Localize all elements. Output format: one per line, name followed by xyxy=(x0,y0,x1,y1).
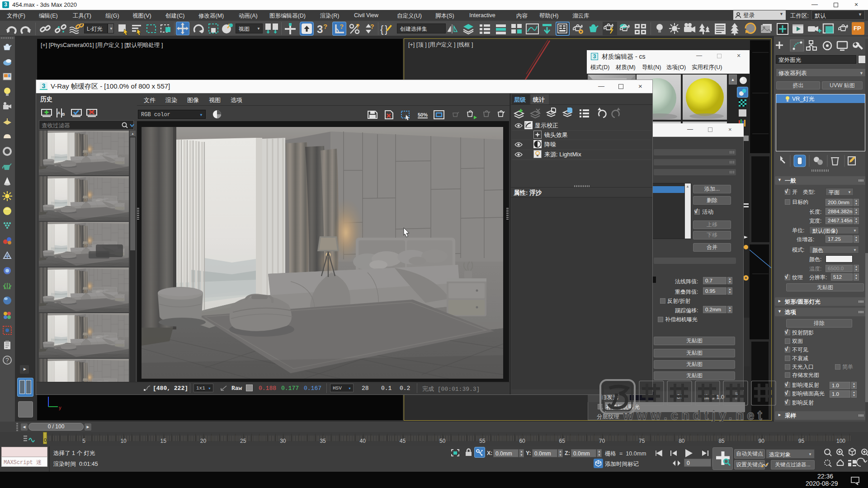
svg-text:y: y xyxy=(59,405,61,410)
svg-text:?: ? xyxy=(340,23,344,30)
svg-text:A: A xyxy=(57,111,61,115)
svg-text:{: { xyxy=(380,23,383,35)
svg-text:?: ? xyxy=(356,23,360,30)
svg-text:www.cndtjy.net: www.cndtjy.net xyxy=(623,408,765,422)
svg-text:3: 3 xyxy=(317,23,323,35)
svg-text:B: B xyxy=(62,112,65,117)
svg-text:?: ? xyxy=(370,23,374,30)
svg-text:?: ? xyxy=(5,357,9,364)
svg-text:50%: 50% xyxy=(418,112,428,117)
svg-text:?: ? xyxy=(323,23,327,30)
